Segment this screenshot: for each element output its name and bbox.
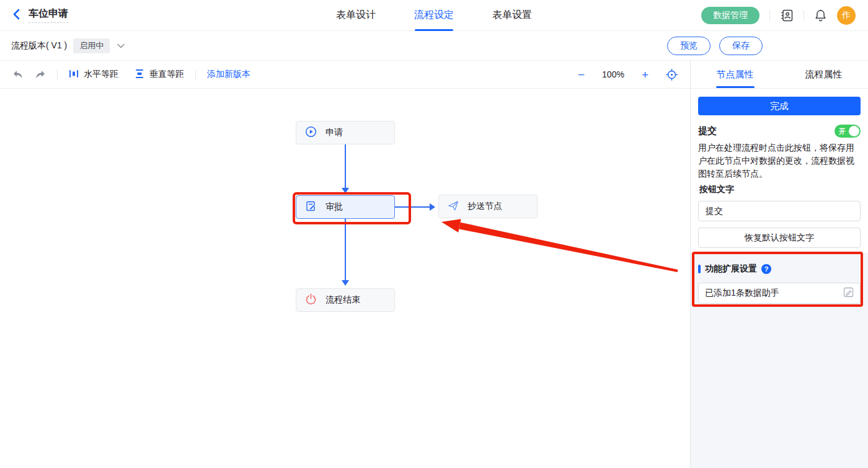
undo-icon[interactable] xyxy=(12,69,24,79)
extension-section: 功能扩展设置 ? 已添加1条数据助手 xyxy=(691,253,868,468)
add-version-button[interactable]: 添加新版本 xyxy=(207,69,250,80)
divider xyxy=(769,11,770,20)
complete-button[interactable]: 完成 xyxy=(698,97,861,115)
version-actions: 预览 保存 xyxy=(667,37,763,55)
redo-icon[interactable] xyxy=(35,69,46,79)
data-assistant-field[interactable]: 已添加1条数据助手 xyxy=(698,283,861,304)
node-label: 流程结束 xyxy=(326,294,360,306)
data-manage-button[interactable]: 数据管理 xyxy=(701,7,760,24)
flow-canvas[interactable]: 申请 审批 抄送节 xyxy=(0,89,690,468)
status-badge: 启用中 xyxy=(73,38,110,53)
tab-process-properties[interactable]: 流程属性 xyxy=(779,61,868,88)
version-bar: 流程版本( V1 ) 启用中 预览 保存 xyxy=(0,31,868,61)
horizontal-spacing-icon xyxy=(69,69,79,81)
toggle-on-label: 开 xyxy=(839,126,846,136)
properties-panel: 节点属性 流程属性 完成 提交 开 用户在处理流程时点击此按钮，将保存用户在此节… xyxy=(691,61,868,468)
panel-tabs: 节点属性 流程属性 xyxy=(691,61,868,89)
play-icon xyxy=(305,126,317,139)
edit-icon[interactable] xyxy=(843,287,854,299)
node-cc[interactable]: 抄送节点 xyxy=(438,195,538,218)
back-icon xyxy=(12,9,20,22)
notification-bell-icon[interactable] xyxy=(814,9,827,22)
vertical-spacing-label: 垂直等距 xyxy=(149,69,184,80)
section-accent-bar xyxy=(698,265,701,273)
panel-body: 完成 提交 开 用户在处理流程时点击此按钮，将保存用户在此节点中对数据的更改，流… xyxy=(691,89,868,468)
submit-description: 用户在处理流程时点击此按钮，将保存用户在此节点中对数据的更改，流程数据视图转至后… xyxy=(698,141,861,180)
canvas-toolbar: 水平等距 垂直等距 添加新版本 − 100% + xyxy=(0,61,690,89)
main-tabs: 表单设计 流程设定 表单设置 xyxy=(336,0,532,31)
contact-book-icon[interactable] xyxy=(780,9,794,22)
user-avatar[interactable]: 作 xyxy=(837,6,856,25)
node-label: 抄送节点 xyxy=(467,201,502,212)
data-assistant-value: 已添加1条数据助手 xyxy=(705,288,779,299)
connectors-and-annotations xyxy=(0,89,690,468)
process-version-label: 流程版本( V1 ) xyxy=(11,40,67,51)
divider xyxy=(804,11,804,20)
node-end[interactable]: 流程结束 xyxy=(296,288,395,312)
save-button[interactable]: 保存 xyxy=(719,37,763,55)
divider xyxy=(57,69,58,79)
header-right-group: 数据管理 作 xyxy=(701,6,856,25)
submit-toggle[interactable]: 开 xyxy=(835,125,861,138)
tab-process-setting[interactable]: 流程设定 xyxy=(414,0,454,31)
tab-form-design[interactable]: 表单设计 xyxy=(336,0,376,31)
chevron-down-icon[interactable] xyxy=(117,43,125,48)
horizontal-spacing-button[interactable]: 水平等距 xyxy=(69,69,118,81)
paper-plane-icon xyxy=(448,200,459,213)
preview-button[interactable]: 预览 xyxy=(667,37,711,55)
divider xyxy=(195,69,196,79)
app-header: 车位申请 表单设计 流程设定 表单设置 数据管理 作 xyxy=(0,0,868,31)
node-start[interactable]: 申请 xyxy=(296,121,395,144)
tab-form-setting[interactable]: 表单设置 xyxy=(492,0,532,31)
node-label: 审批 xyxy=(326,201,343,213)
back-button[interactable] xyxy=(12,9,20,22)
restore-default-button[interactable]: 恢复默认按钮文字 xyxy=(698,227,861,248)
submit-section-label: 提交 xyxy=(698,125,717,137)
tab-node-properties[interactable]: 节点属性 xyxy=(691,61,779,88)
help-icon[interactable]: ? xyxy=(761,264,771,274)
toggle-knob xyxy=(849,126,859,136)
power-icon xyxy=(305,293,317,307)
zoom-controls: − 100% + xyxy=(578,69,678,81)
page-title: 车位申请 xyxy=(29,7,68,23)
node-approve[interactable]: 审批 xyxy=(296,195,395,219)
button-text-input[interactable] xyxy=(698,201,861,221)
canvas-column: 水平等距 垂直等距 添加新版本 − 100% + xyxy=(0,61,691,468)
fit-view-icon[interactable] xyxy=(666,69,678,81)
vertical-spacing-icon xyxy=(135,69,144,81)
zoom-level: 100% xyxy=(602,69,624,79)
node-label: 申请 xyxy=(326,127,343,138)
vertical-spacing-button[interactable]: 垂直等距 xyxy=(135,69,184,81)
zoom-out-button[interactable]: − xyxy=(578,69,585,81)
zoom-in-button[interactable]: + xyxy=(642,69,649,81)
horizontal-spacing-label: 水平等距 xyxy=(84,69,118,80)
extension-title: 功能扩展设置 xyxy=(705,263,757,275)
button-text-label: 按钮文字 xyxy=(698,184,861,195)
edit-doc-icon xyxy=(305,200,317,214)
